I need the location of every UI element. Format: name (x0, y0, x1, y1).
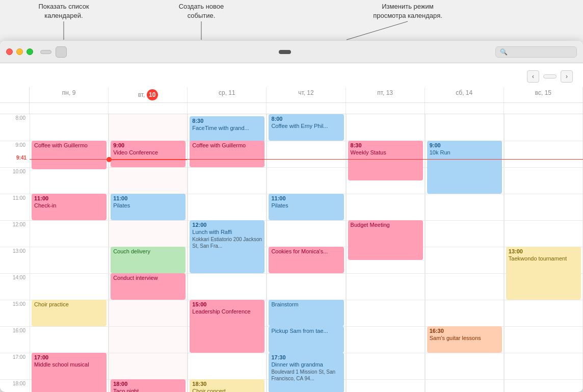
hour-line (109, 167, 187, 194)
day-col-0: Coffee with Guillermo11:00Check-inChoir … (30, 114, 109, 392)
fullscreen-button[interactable] (26, 48, 33, 55)
day-header-fri: пт, 13 (346, 87, 425, 102)
callout-change-view: Изменить режимпросмотра календаря. (362, 2, 454, 20)
day-col-1: 9:00Video Conference11:00PilatesCouch de… (109, 114, 188, 392)
event-item[interactable]: Coffee with Guillermo (190, 141, 264, 167)
hour-line (505, 220, 582, 247)
event-item[interactable]: 11:00Check-in (32, 194, 107, 220)
event-title: Couch delivery (113, 248, 183, 255)
event-item[interactable]: 12:00Lunch with RaffiKokkari Estiatorio … (190, 220, 264, 273)
tab-month[interactable] (292, 50, 304, 54)
day-col-4: 8:30Weekly StatusBudget Meeting (346, 114, 425, 392)
event-time: 17:00 (34, 354, 104, 361)
event-item[interactable]: Choir practice (32, 300, 107, 326)
hour-line (426, 247, 503, 273)
hour-line (505, 167, 582, 194)
hour-line (505, 353, 582, 379)
day-header-tue: вт, 10 (109, 87, 188, 102)
calendar-body: 8:009:0010:0011:0012:0013:0014:0015:0016… (0, 114, 583, 392)
event-item[interactable]: 17:00Middle school musical (32, 353, 107, 392)
event-item[interactable]: Pickup Sam from tae... (269, 326, 343, 353)
day-header-thu: чт, 12 (267, 87, 346, 102)
tab-day[interactable] (266, 50, 278, 54)
hour-line (109, 300, 187, 326)
time-label: 15:00 (0, 300, 30, 326)
event-item[interactable]: 11:00Pilates (111, 194, 186, 220)
event-item[interactable]: 16:30Sam's guitar lessons (427, 326, 502, 353)
event-title: Coffee with Erny Phil... (271, 122, 341, 129)
time-label: 10:00 (0, 167, 30, 194)
allday-tue (109, 103, 188, 114)
add-event-button[interactable] (56, 46, 67, 58)
today-button[interactable] (543, 74, 556, 79)
event-item[interactable]: Brainstorm (269, 300, 343, 326)
event-item[interactable]: 18:30Choir concert (190, 379, 264, 392)
callout-lines (0, 0, 583, 41)
event-title: Budget Meeting (351, 221, 420, 228)
event-item[interactable]: Cookies for Monica's... (269, 247, 343, 273)
event-item[interactable]: 11:00Pilates (269, 194, 343, 220)
event-item[interactable]: Couch delivery (111, 247, 186, 273)
event-item[interactable]: 9:00Video Conference (111, 141, 186, 167)
event-item[interactable]: 18:00Taco night (111, 379, 186, 392)
event-item[interactable]: 15:00Leadership Conference (190, 300, 264, 353)
hour-line (267, 141, 345, 167)
time-label: 14:00 (0, 273, 30, 300)
event-title: 10k Run (430, 149, 499, 156)
time-label: 13:00 (0, 247, 30, 273)
allday-thu (267, 103, 346, 114)
event-time: 9:00 (113, 142, 183, 149)
event-title: Check-in (34, 202, 104, 209)
event-item[interactable]: 9:0010k Run (427, 141, 502, 194)
event-item[interactable]: Coffee with Guillermo (32, 141, 107, 169)
close-button[interactable] (6, 48, 13, 55)
allday-wed (188, 103, 267, 114)
hour-line (505, 194, 582, 220)
event-time: 9:00 (430, 142, 499, 149)
next-arrow[interactable]: › (561, 70, 573, 83)
titlebar: 🔍 (0, 41, 583, 63)
search-icon: 🔍 (500, 48, 508, 56)
event-title: Choir practice (34, 301, 104, 308)
event-title: Pickup Sam from tae... (271, 327, 341, 334)
hour-line (505, 326, 582, 353)
calendar-content: ‹ › пн, 9 вт, 10 ср, 11 чт, 12 пт, 13 (0, 63, 583, 392)
hour-line (505, 300, 582, 326)
time-label: 18:00 (0, 379, 30, 392)
hour-line (426, 379, 503, 392)
hour-line (109, 353, 187, 379)
prev-arrow[interactable]: ‹ (527, 70, 539, 83)
event-time: 16:30 (430, 327, 499, 334)
event-time: 8:30 (351, 142, 420, 149)
event-item[interactable]: 17:30Dinner with grandmaBoulevard 1 Miss… (269, 353, 343, 392)
event-time: 18:30 (192, 380, 262, 387)
event-title: Middle school musical (34, 361, 104, 368)
event-item[interactable]: 13:00Taekwondo tournament (506, 247, 581, 300)
tab-week[interactable] (279, 50, 291, 54)
svg-line-2 (347, 21, 408, 40)
event-time: 11:00 (271, 195, 341, 202)
day-col-5: 9:0010k Run16:30Sam's guitar lessons (425, 114, 504, 392)
time-label: 17:00 (0, 353, 30, 379)
event-title: Pilates (271, 202, 341, 209)
allday-label (0, 103, 30, 114)
search-box[interactable]: 🔍 (495, 46, 577, 58)
hour-line (426, 194, 503, 220)
event-title: Sam's guitar lessons (430, 334, 499, 342)
tab-year[interactable] (305, 50, 317, 54)
event-item[interactable]: 8:30FaceTime with grand... (190, 116, 264, 143)
event-item[interactable]: 8:30Weekly Status (348, 141, 423, 180)
hour-line (505, 141, 582, 167)
event-item[interactable]: 8:00Coffee with Erny Phil... (269, 114, 343, 141)
calendars-button[interactable] (40, 50, 51, 54)
minimize-button[interactable] (16, 48, 23, 55)
day-col-2: 8:30FaceTime with grand...Coffee with Gu… (188, 114, 267, 392)
current-time-line (109, 159, 187, 160)
day-header-row: пн, 9 вт, 10 ср, 11 чт, 12 пт, 13 сб, 14… (0, 87, 583, 103)
hour-line (347, 379, 425, 392)
hour-line (505, 379, 582, 392)
event-item[interactable]: Budget Meeting (348, 220, 423, 260)
event-title: Coffee with Guillermo (192, 142, 262, 149)
callout-show-calendars: Показать списоккалендарей. (31, 2, 97, 20)
event-item[interactable]: Conduct interview (111, 273, 186, 300)
